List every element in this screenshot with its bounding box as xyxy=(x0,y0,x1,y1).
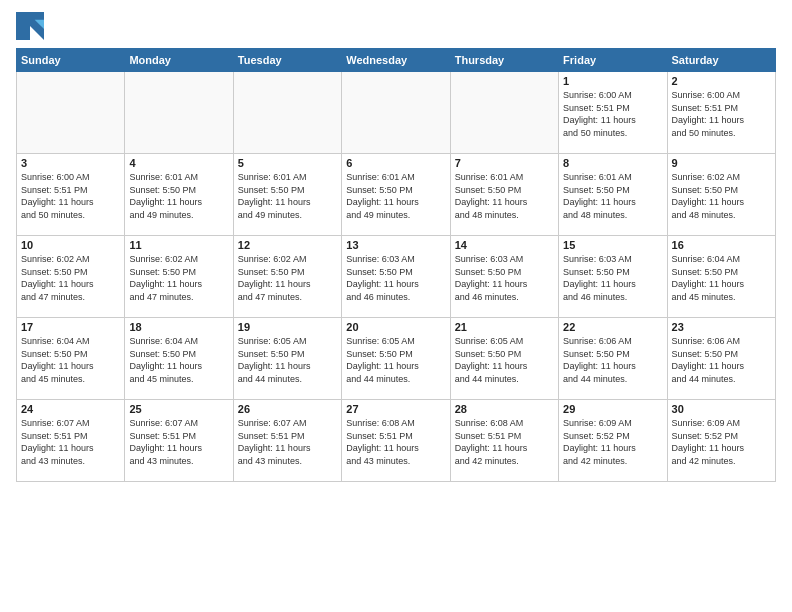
day-number: 17 xyxy=(21,321,120,333)
cell-info: Sunrise: 6:00 AM Sunset: 5:51 PM Dayligh… xyxy=(672,89,771,139)
day-number: 2 xyxy=(672,75,771,87)
day-number: 19 xyxy=(238,321,337,333)
cell-info: Sunrise: 6:08 AM Sunset: 5:51 PM Dayligh… xyxy=(455,417,554,467)
calendar-cell: 4Sunrise: 6:01 AM Sunset: 5:50 PM Daylig… xyxy=(125,154,233,236)
cell-info: Sunrise: 6:01 AM Sunset: 5:50 PM Dayligh… xyxy=(238,171,337,221)
calendar-cell: 8Sunrise: 6:01 AM Sunset: 5:50 PM Daylig… xyxy=(559,154,667,236)
weekday-header-tuesday: Tuesday xyxy=(233,49,341,72)
calendar-cell: 10Sunrise: 6:02 AM Sunset: 5:50 PM Dayli… xyxy=(17,236,125,318)
calendar-cell: 9Sunrise: 6:02 AM Sunset: 5:50 PM Daylig… xyxy=(667,154,775,236)
day-number: 6 xyxy=(346,157,445,169)
cell-info: Sunrise: 6:09 AM Sunset: 5:52 PM Dayligh… xyxy=(563,417,662,467)
header xyxy=(16,12,776,40)
calendar-cell xyxy=(125,72,233,154)
calendar-cell: 22Sunrise: 6:06 AM Sunset: 5:50 PM Dayli… xyxy=(559,318,667,400)
cell-info: Sunrise: 6:04 AM Sunset: 5:50 PM Dayligh… xyxy=(672,253,771,303)
day-number: 14 xyxy=(455,239,554,251)
cell-info: Sunrise: 6:09 AM Sunset: 5:52 PM Dayligh… xyxy=(672,417,771,467)
calendar-cell: 29Sunrise: 6:09 AM Sunset: 5:52 PM Dayli… xyxy=(559,400,667,482)
calendar-cell: 6Sunrise: 6:01 AM Sunset: 5:50 PM Daylig… xyxy=(342,154,450,236)
weekday-header-thursday: Thursday xyxy=(450,49,558,72)
calendar-cell: 12Sunrise: 6:02 AM Sunset: 5:50 PM Dayli… xyxy=(233,236,341,318)
weekday-header-row: SundayMondayTuesdayWednesdayThursdayFrid… xyxy=(17,49,776,72)
calendar-cell: 27Sunrise: 6:08 AM Sunset: 5:51 PM Dayli… xyxy=(342,400,450,482)
day-number: 24 xyxy=(21,403,120,415)
calendar-cell: 7Sunrise: 6:01 AM Sunset: 5:50 PM Daylig… xyxy=(450,154,558,236)
day-number: 11 xyxy=(129,239,228,251)
weekday-header-friday: Friday xyxy=(559,49,667,72)
day-number: 5 xyxy=(238,157,337,169)
calendar-cell: 17Sunrise: 6:04 AM Sunset: 5:50 PM Dayli… xyxy=(17,318,125,400)
day-number: 30 xyxy=(672,403,771,415)
cell-info: Sunrise: 6:07 AM Sunset: 5:51 PM Dayligh… xyxy=(21,417,120,467)
day-number: 16 xyxy=(672,239,771,251)
calendar-cell: 28Sunrise: 6:08 AM Sunset: 5:51 PM Dayli… xyxy=(450,400,558,482)
day-number: 18 xyxy=(129,321,228,333)
cell-info: Sunrise: 6:00 AM Sunset: 5:51 PM Dayligh… xyxy=(563,89,662,139)
calendar-cell xyxy=(233,72,341,154)
day-number: 1 xyxy=(563,75,662,87)
cell-info: Sunrise: 6:01 AM Sunset: 5:50 PM Dayligh… xyxy=(346,171,445,221)
cell-info: Sunrise: 6:02 AM Sunset: 5:50 PM Dayligh… xyxy=(672,171,771,221)
week-row-5: 24Sunrise: 6:07 AM Sunset: 5:51 PM Dayli… xyxy=(17,400,776,482)
cell-info: Sunrise: 6:02 AM Sunset: 5:50 PM Dayligh… xyxy=(238,253,337,303)
cell-info: Sunrise: 6:01 AM Sunset: 5:50 PM Dayligh… xyxy=(129,171,228,221)
week-row-4: 17Sunrise: 6:04 AM Sunset: 5:50 PM Dayli… xyxy=(17,318,776,400)
week-row-3: 10Sunrise: 6:02 AM Sunset: 5:50 PM Dayli… xyxy=(17,236,776,318)
svg-marker-3 xyxy=(30,26,44,40)
weekday-header-saturday: Saturday xyxy=(667,49,775,72)
calendar-cell: 14Sunrise: 6:03 AM Sunset: 5:50 PM Dayli… xyxy=(450,236,558,318)
day-number: 13 xyxy=(346,239,445,251)
day-number: 28 xyxy=(455,403,554,415)
svg-rect-0 xyxy=(16,12,30,26)
weekday-header-monday: Monday xyxy=(125,49,233,72)
cell-info: Sunrise: 6:03 AM Sunset: 5:50 PM Dayligh… xyxy=(455,253,554,303)
day-number: 15 xyxy=(563,239,662,251)
calendar-table: SundayMondayTuesdayWednesdayThursdayFrid… xyxy=(16,48,776,482)
calendar-cell: 20Sunrise: 6:05 AM Sunset: 5:50 PM Dayli… xyxy=(342,318,450,400)
day-number: 20 xyxy=(346,321,445,333)
cell-info: Sunrise: 6:06 AM Sunset: 5:50 PM Dayligh… xyxy=(672,335,771,385)
calendar-cell: 13Sunrise: 6:03 AM Sunset: 5:50 PM Dayli… xyxy=(342,236,450,318)
day-number: 9 xyxy=(672,157,771,169)
cell-info: Sunrise: 6:05 AM Sunset: 5:50 PM Dayligh… xyxy=(238,335,337,385)
cell-info: Sunrise: 6:04 AM Sunset: 5:50 PM Dayligh… xyxy=(129,335,228,385)
calendar-cell: 2Sunrise: 6:00 AM Sunset: 5:51 PM Daylig… xyxy=(667,72,775,154)
calendar-cell: 16Sunrise: 6:04 AM Sunset: 5:50 PM Dayli… xyxy=(667,236,775,318)
calendar-cell: 15Sunrise: 6:03 AM Sunset: 5:50 PM Dayli… xyxy=(559,236,667,318)
cell-info: Sunrise: 6:02 AM Sunset: 5:50 PM Dayligh… xyxy=(21,253,120,303)
week-row-2: 3Sunrise: 6:00 AM Sunset: 5:51 PM Daylig… xyxy=(17,154,776,236)
cell-info: Sunrise: 6:05 AM Sunset: 5:50 PM Dayligh… xyxy=(346,335,445,385)
page: SundayMondayTuesdayWednesdayThursdayFrid… xyxy=(0,0,792,612)
calendar-cell: 21Sunrise: 6:05 AM Sunset: 5:50 PM Dayli… xyxy=(450,318,558,400)
cell-info: Sunrise: 6:04 AM Sunset: 5:50 PM Dayligh… xyxy=(21,335,120,385)
calendar-cell: 19Sunrise: 6:05 AM Sunset: 5:50 PM Dayli… xyxy=(233,318,341,400)
calendar-cell xyxy=(342,72,450,154)
calendar-cell: 26Sunrise: 6:07 AM Sunset: 5:51 PM Dayli… xyxy=(233,400,341,482)
calendar-cell: 23Sunrise: 6:06 AM Sunset: 5:50 PM Dayli… xyxy=(667,318,775,400)
day-number: 22 xyxy=(563,321,662,333)
calendar-cell: 5Sunrise: 6:01 AM Sunset: 5:50 PM Daylig… xyxy=(233,154,341,236)
cell-info: Sunrise: 6:01 AM Sunset: 5:50 PM Dayligh… xyxy=(455,171,554,221)
cell-info: Sunrise: 6:06 AM Sunset: 5:50 PM Dayligh… xyxy=(563,335,662,385)
cell-info: Sunrise: 6:08 AM Sunset: 5:51 PM Dayligh… xyxy=(346,417,445,467)
day-number: 21 xyxy=(455,321,554,333)
day-number: 23 xyxy=(672,321,771,333)
calendar-cell: 11Sunrise: 6:02 AM Sunset: 5:50 PM Dayli… xyxy=(125,236,233,318)
day-number: 12 xyxy=(238,239,337,251)
day-number: 8 xyxy=(563,157,662,169)
calendar-cell xyxy=(17,72,125,154)
calendar-cell: 24Sunrise: 6:07 AM Sunset: 5:51 PM Dayli… xyxy=(17,400,125,482)
cell-info: Sunrise: 6:03 AM Sunset: 5:50 PM Dayligh… xyxy=(346,253,445,303)
calendar-cell xyxy=(450,72,558,154)
day-number: 3 xyxy=(21,157,120,169)
cell-info: Sunrise: 6:07 AM Sunset: 5:51 PM Dayligh… xyxy=(238,417,337,467)
logo xyxy=(16,12,48,40)
weekday-header-sunday: Sunday xyxy=(17,49,125,72)
cell-info: Sunrise: 6:01 AM Sunset: 5:50 PM Dayligh… xyxy=(563,171,662,221)
day-number: 27 xyxy=(346,403,445,415)
week-row-1: 1Sunrise: 6:00 AM Sunset: 5:51 PM Daylig… xyxy=(17,72,776,154)
day-number: 10 xyxy=(21,239,120,251)
calendar-cell: 25Sunrise: 6:07 AM Sunset: 5:51 PM Dayli… xyxy=(125,400,233,482)
weekday-header-wednesday: Wednesday xyxy=(342,49,450,72)
